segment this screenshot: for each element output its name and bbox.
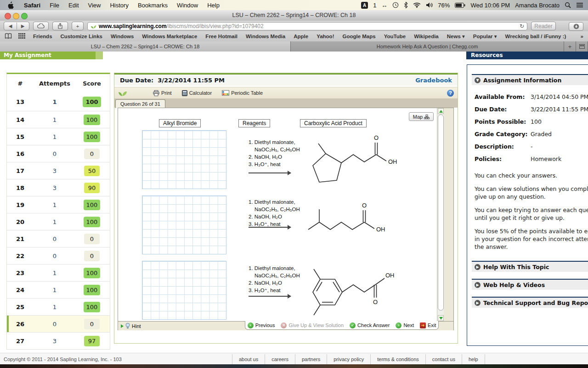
technical-support-and-bug-reporting-section[interactable]: ▶Technical Support and Bug Reporting — [472, 297, 588, 308]
footer-link-terms-conditions[interactable]: terms & conditions — [370, 354, 425, 364]
menu-item-history[interactable]: History — [105, 0, 133, 10]
table-row-question-22[interactable]: 2200 — [7, 247, 110, 264]
notification-center-icon[interactable] — [576, 2, 583, 8]
calculator-button[interactable]: Calculator — [182, 90, 212, 96]
periodic-table-button[interactable]: Periodic Table — [222, 90, 263, 96]
question-tab[interactable]: Question 26 of 31 — [115, 99, 165, 108]
print-button[interactable]: Print — [153, 90, 172, 96]
menu-item-bookmarks[interactable]: Bookmarks — [133, 0, 172, 10]
table-row-question-26[interactable]: 2600 — [7, 315, 110, 332]
bookmarks-sidebar-icon[interactable] — [0, 33, 15, 40]
bookmark-item[interactable]: Popular ▾ — [469, 33, 501, 40]
map-button[interactable]: Map — [409, 112, 434, 121]
exit-button[interactable]: ➜Exit — [420, 322, 436, 328]
reload-icon[interactable]: ↻ — [520, 23, 524, 29]
bookmark-item[interactable]: Wrecking ball / iFunny :) — [501, 34, 571, 39]
menu-item-edit[interactable]: Edit — [64, 0, 83, 10]
scroll-up-arrow[interactable] — [438, 108, 444, 114]
table-row-question-25[interactable]: 251100 — [7, 298, 110, 315]
menu-item-window[interactable]: Window — [172, 0, 203, 10]
footer-link-about-us[interactable]: about us — [232, 354, 265, 364]
back-forward-buttons[interactable]: ◀▶ — [4, 22, 29, 30]
bookmark-item[interactable]: Wikipedia — [410, 34, 443, 39]
apple-menu-icon[interactable] — [0, 1, 19, 9]
table-row-question-15[interactable]: 151100 — [7, 128, 110, 145]
question-number: 19 — [7, 201, 34, 208]
bookmark-item[interactable]: Windows Media — [242, 34, 289, 39]
share-button[interactable] — [52, 22, 68, 30]
hint-button[interactable]: Hint — [121, 323, 141, 329]
table-row-question-24[interactable]: 241100 — [7, 281, 110, 298]
reader-button[interactable]: Reader — [531, 22, 556, 30]
help-icon[interactable]: ? — [447, 90, 454, 97]
menu-item-help[interactable]: Help — [203, 0, 224, 10]
menu-clock[interactable]: Wed 10:06 PM — [470, 2, 510, 9]
show-all-tabs-button[interactable] — [576, 41, 588, 52]
bookmark-item[interactable]: Friends — [29, 34, 57, 39]
scroll-down-arrow[interactable] — [438, 315, 444, 321]
footer-link-careers[interactable]: careers — [265, 354, 295, 364]
bookmark-item[interactable]: YouTube — [380, 34, 410, 39]
applet-scrollbar[interactable] — [437, 108, 444, 321]
wifi-icon[interactable] — [413, 2, 421, 8]
bookmark-item[interactable]: Windows — [107, 34, 138, 39]
drawing-grid-2[interactable] — [142, 196, 226, 254]
bookmark-item[interactable]: News ▾ — [443, 33, 469, 40]
user-menu[interactable]: Amanda Brocato — [515, 2, 560, 9]
menu-item-view[interactable]: View — [84, 0, 106, 10]
drawing-grid-3[interactable] — [142, 261, 226, 320]
scrollbar-thumb[interactable] — [438, 115, 444, 310]
resources-header: Resources — [466, 52, 588, 59]
bookmarks-overflow-chevron[interactable]: » — [581, 34, 588, 39]
airplay-arrows-icon[interactable]: ↔ — [381, 2, 387, 9]
bookmark-item[interactable]: Customize Links — [57, 34, 107, 39]
battery-icon[interactable] — [455, 3, 465, 8]
new-tab-bar-button[interactable]: + — [564, 41, 576, 52]
volume-icon[interactable] — [426, 2, 433, 8]
address-bar[interactable]: www.saplinglearning.com /ibiscms/mod/ibi… — [87, 22, 527, 30]
table-row-question-21[interactable]: 2100 — [7, 230, 110, 247]
back-icon[interactable]: ◀ — [5, 23, 17, 29]
table-row-question-14[interactable]: 141100 — [7, 111, 110, 128]
menu-item-file[interactable]: File — [45, 0, 64, 10]
top-sites-icon[interactable] — [15, 33, 29, 40]
footer-link-privacy-policy[interactable]: privacy policy — [327, 354, 370, 364]
help-with-this-topic-section[interactable]: ▶Help With This Topic — [472, 261, 588, 272]
table-row-question-20[interactable]: 201100 — [7, 213, 110, 230]
check-answer-button[interactable]: ✓Check Answer — [350, 322, 390, 328]
table-row-question-17[interactable]: 17350 — [7, 162, 110, 179]
bookmark-item[interactable]: Yahoo! — [312, 34, 338, 39]
action-label: Give Up & View Solution — [288, 322, 344, 328]
table-row-question-13[interactable]: 131100 — [7, 92, 110, 111]
bookmark-item[interactable]: Free Hotmail — [201, 34, 242, 39]
input-source-icon[interactable]: A — [361, 2, 368, 9]
assignment-information-section[interactable]: ▼ Assignment Information — [472, 74, 588, 85]
menu-item-safari[interactable]: Safari — [19, 0, 45, 10]
tab-lsu-chem[interactable]: LSU – Chem 2262 – Spring14 – CROWE: Ch 1… — [0, 41, 291, 52]
table-row-question-18[interactable]: 18390 — [7, 179, 110, 196]
footer-link-contact-us[interactable]: contact us — [425, 354, 462, 364]
icloud-tabs-button[interactable] — [33, 22, 49, 30]
previous-button[interactable]: ‹Previous — [248, 322, 275, 328]
table-row-question-19[interactable]: 191100 — [7, 196, 110, 213]
footer-link-partners[interactable]: partners — [295, 354, 327, 364]
next-button[interactable]: ›Next — [396, 322, 414, 328]
footer-link-help[interactable]: help — [462, 354, 485, 364]
downloads-button[interactable] — [569, 22, 583, 31]
drawing-grid-1[interactable] — [142, 130, 226, 189]
table-row-question-16[interactable]: 1600 — [7, 145, 110, 162]
time-machine-icon[interactable] — [392, 2, 399, 8]
window-title-bar[interactable]: LSU – Chem 2262 – Spring14 – CROWE: Ch 1… — [0, 10, 588, 21]
web-help-videos-section[interactable]: ▶Web Help & Videos — [472, 279, 588, 290]
gradebook-link[interactable]: Gradebook — [415, 77, 452, 84]
bluetooth-icon[interactable] — [404, 2, 408, 8]
table-row-question-27[interactable]: 27397 — [7, 332, 110, 349]
table-row-question-23[interactable]: 231100 — [7, 264, 110, 281]
tab-chegg[interactable]: Homework Help Ask A Question | Chegg.com — [291, 41, 564, 52]
bookmark-item[interactable]: Apple — [289, 34, 312, 39]
forward-icon[interactable]: ▶ — [17, 23, 29, 29]
new-tab-button[interactable]: + — [72, 22, 84, 30]
bookmark-item[interactable]: Google Maps — [338, 34, 379, 39]
spotlight-icon[interactable] — [565, 2, 571, 8]
bookmark-item[interactable]: Windows Marketplace — [138, 34, 201, 39]
